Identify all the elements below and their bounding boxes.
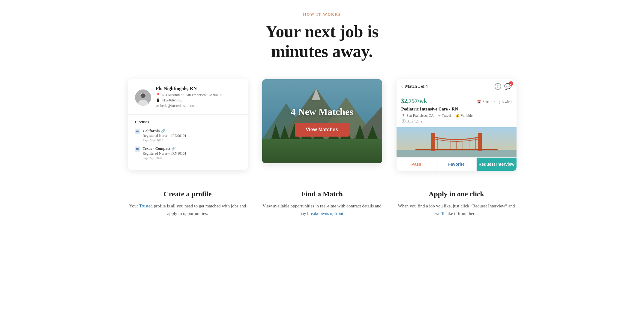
license-state-1: Texas - Compact 🔗 bbox=[143, 146, 187, 151]
favorite-button[interactable]: Favorite bbox=[436, 158, 477, 171]
license-icon-0: ID bbox=[135, 129, 140, 134]
svg-rect-22 bbox=[431, 133, 435, 151]
phone-icon: 📱 bbox=[156, 98, 160, 102]
job-nav-left: ‹ Match 1 of 4 bbox=[401, 84, 428, 89]
breakdowns-link[interactable]: breakdowns upfront. bbox=[307, 211, 344, 216]
description-row: Create a profile Your Trusted profile is… bbox=[112, 190, 532, 217]
svg-rect-31 bbox=[415, 149, 498, 150]
job-card-body: $2,757/wk 📅 Start Jun 1 (13 wks) Pediatr… bbox=[397, 93, 517, 124]
there-link[interactable]: ll bbox=[442, 211, 444, 216]
job-start: 📅 Start Jun 1 (13 wks) bbox=[477, 100, 512, 104]
match-card: 4 New Matches View Matches bbox=[262, 79, 382, 163]
trusted-link[interactable]: Trusted bbox=[139, 204, 153, 208]
profile-card-col: Flo Nightingale, RN 📍 604 Mission St, Sa… bbox=[128, 79, 248, 178]
clock-icon: 🕐 bbox=[401, 119, 406, 124]
page-headline: Your next job is minutes away. bbox=[265, 22, 379, 61]
location-icon: 📍 bbox=[156, 93, 160, 97]
chat-icon-wrap[interactable]: 💬 2 bbox=[504, 83, 512, 90]
job-card-actions: Pass Favorite Request Interview bbox=[397, 157, 517, 171]
link-icon-0: 🔗 bbox=[161, 129, 165, 133]
job-card: ‹ Match 1 of 4 ? 💬 2 $2,757/wk 📅 Star bbox=[397, 79, 517, 171]
match-background: 4 New Matches View Matches bbox=[262, 79, 382, 163]
profile-card-bottom: Licenses ID California 🔗 Registered Nurs… bbox=[128, 115, 248, 170]
calendar-icon: 📅 bbox=[477, 100, 481, 104]
job-title: Pediatric Intensive Care - RN bbox=[401, 107, 512, 112]
job-hours: 🕐 3d x 12hrs bbox=[401, 119, 512, 124]
profile-name: Flo Nightingale, RN bbox=[156, 86, 241, 91]
pass-button[interactable]: Pass bbox=[397, 158, 437, 171]
license-exp-1: Exp: Apr 2020 bbox=[143, 156, 187, 160]
job-nav-title: Match 1 of 4 bbox=[405, 84, 428, 89]
profile-card-top: Flo Nightingale, RN 📍 604 Mission St, Sa… bbox=[128, 79, 248, 115]
desc-title-1: Find a Match bbox=[262, 190, 382, 198]
desc-title-0: Create a profile bbox=[128, 190, 248, 198]
section-label: HOW IT WORKS bbox=[303, 12, 341, 17]
license-item-0: ID California 🔗 Registered Nurse - #RN00… bbox=[135, 128, 241, 142]
profile-email: ✉ hello@trustedhealth.com bbox=[156, 104, 241, 108]
profile-info: Flo Nightingale, RN 📍 604 Mission St, Sa… bbox=[156, 86, 241, 109]
job-pay-type: 💰 Variable bbox=[455, 113, 473, 118]
job-nav-icons: ? 💬 2 bbox=[495, 83, 512, 90]
pay-icon: 💰 bbox=[455, 114, 460, 118]
avatar bbox=[135, 89, 151, 106]
desc-col-1: Find a Match View available opportunitie… bbox=[262, 190, 382, 217]
profile-card: Flo Nightingale, RN 📍 604 Mission St, Sa… bbox=[128, 79, 248, 170]
svg-rect-21 bbox=[397, 150, 517, 157]
license-item-1: ID Texas - Compact 🔗 Registered Nurse - … bbox=[135, 146, 241, 160]
job-image-strip bbox=[397, 127, 517, 157]
chat-badge: 2 bbox=[509, 81, 513, 86]
travel-icon: ✈ bbox=[438, 114, 441, 118]
license-icon-1: ID bbox=[135, 146, 140, 152]
match-title: 4 New Matches bbox=[291, 106, 353, 117]
license-details-0: California 🔗 Registered Nurse - #RN00101… bbox=[143, 128, 187, 142]
email-icon: ✉ bbox=[156, 104, 159, 108]
desc-col-0: Create a profile Your Trusted profile is… bbox=[128, 190, 248, 217]
match-overlay: 4 New Matches View Matches bbox=[262, 79, 382, 163]
desc-text-1: View available opportunities in real-tim… bbox=[262, 202, 382, 217]
desc-text-0: Your Trusted profile is all you need to … bbox=[128, 202, 248, 217]
desc-title-2: Apply in one click bbox=[397, 190, 517, 198]
job-salary: $2,757/wk bbox=[401, 98, 427, 104]
job-meta: 📍 San Francisco, CA ✈ Travel 💰 Variable bbox=[401, 113, 512, 118]
profile-phone: 📱 415-466-1466 bbox=[156, 98, 241, 103]
request-interview-button[interactable]: Request Interview bbox=[477, 158, 517, 171]
back-arrow-icon[interactable]: ‹ bbox=[401, 84, 403, 89]
license-exp-0: Exp: May 2020 bbox=[143, 138, 187, 142]
license-type-0: Registered Nurse - #RN00101 bbox=[143, 134, 187, 138]
desc-text-2: When you find a job you like, just click… bbox=[397, 202, 517, 217]
desc-col-2: Apply in one click When you find a job y… bbox=[397, 190, 517, 217]
job-card-header: ‹ Match 1 of 4 ? 💬 2 bbox=[397, 79, 517, 93]
job-location: 📍 San Francisco, CA bbox=[401, 113, 434, 118]
job-card-col: ‹ Match 1 of 4 ? 💬 2 $2,757/wk 📅 Star bbox=[397, 79, 517, 179]
license-state-0: California 🔗 bbox=[143, 128, 187, 133]
job-type: ✈ Travel bbox=[438, 113, 451, 118]
svg-rect-23 bbox=[478, 133, 482, 151]
license-type-1: Registered Nurse - #RN10101 bbox=[143, 151, 187, 156]
licenses-title: Licenses bbox=[135, 119, 241, 124]
view-matches-button[interactable]: View Matches bbox=[295, 123, 349, 137]
location-pin-icon: 📍 bbox=[401, 114, 406, 118]
cards-row: Flo Nightingale, RN 📍 604 Mission St, Sa… bbox=[112, 79, 532, 179]
match-card-col: 4 New Matches View Matches bbox=[262, 79, 382, 172]
link-icon-1: 🔗 bbox=[172, 147, 176, 151]
profile-address: 📍 604 Mission St, San Francisco, CA 9410… bbox=[156, 93, 241, 97]
help-icon[interactable]: ? bbox=[495, 83, 501, 90]
license-details-1: Texas - Compact 🔗 Registered Nurse - #RN… bbox=[143, 146, 187, 160]
